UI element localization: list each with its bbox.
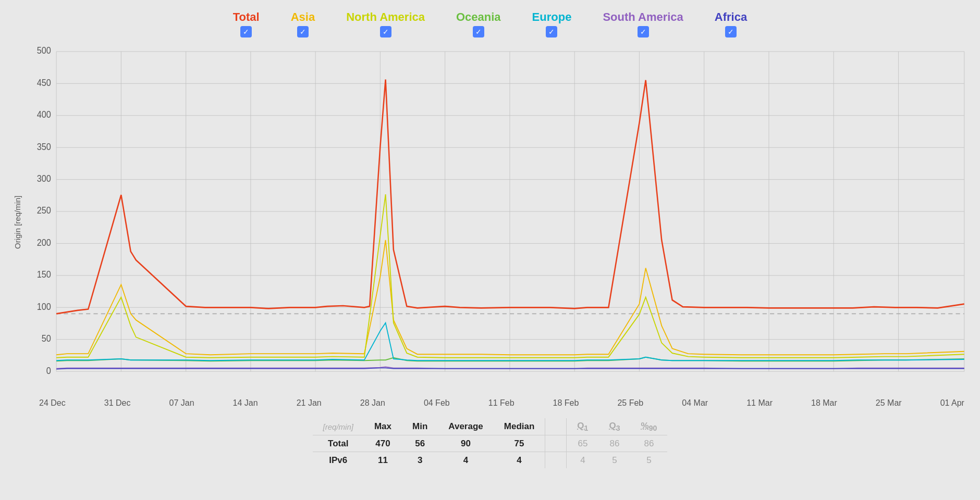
x-tick-2: 07 Jan xyxy=(169,398,194,408)
legend-south-america[interactable]: South America ✓ xyxy=(603,10,683,38)
x-tick-10: 04 Mar xyxy=(682,398,708,408)
stats-row-ipv6: IPv6 11 3 4 4 4 5 5 xyxy=(313,452,668,469)
row-total-max: 470 xyxy=(364,435,402,452)
x-tick-7: 11 Feb xyxy=(488,398,514,408)
col-min: Min xyxy=(402,418,438,435)
legend-europe[interactable]: Europe ✓ xyxy=(532,10,572,38)
legend-north-america[interactable]: North America ✓ xyxy=(346,10,425,38)
row-ipv6-q1: 4 xyxy=(567,452,599,469)
col-q1: Q1 xyxy=(567,418,599,435)
row-ipv6-q3: 5 xyxy=(598,452,630,469)
row-ipv6-label: IPv6 xyxy=(313,452,364,469)
legend-north-america-checkbox[interactable]: ✓ xyxy=(380,26,391,38)
legend-total-label: Total xyxy=(233,10,260,24)
svg-text:100: 100 xyxy=(37,302,51,312)
row-ipv6-min: 3 xyxy=(402,452,438,469)
svg-text:350: 350 xyxy=(37,142,51,152)
svg-text:150: 150 xyxy=(37,270,51,280)
legend-total[interactable]: Total ✓ xyxy=(233,10,260,38)
legend-africa-label: Africa xyxy=(715,10,747,24)
col-q3: Q3 xyxy=(598,418,630,435)
row-ipv6-avg: 4 xyxy=(438,452,493,469)
x-tick-9: 25 Feb xyxy=(617,398,643,408)
stats-row-total: Total 470 56 90 75 65 86 86 xyxy=(313,435,668,452)
x-tick-13: 25 Mar xyxy=(876,398,902,408)
col-median: Median xyxy=(494,418,545,435)
row-total-avg: 90 xyxy=(438,435,493,452)
legend-oceania[interactable]: Oceania ✓ xyxy=(456,10,501,38)
row-ipv6-p90: 5 xyxy=(631,452,668,469)
legend-asia[interactable]: Asia ✓ xyxy=(291,10,315,38)
svg-text:200: 200 xyxy=(37,238,51,248)
row-ipv6-max: 11 xyxy=(364,452,402,469)
row-total-median: 75 xyxy=(494,435,545,452)
legend-total-checkbox[interactable]: ✓ xyxy=(240,26,252,38)
chart-inner: 500 450 400 350 300 250 200 150 100 50 0 xyxy=(24,40,970,394)
legend-europe-label: Europe xyxy=(532,10,572,24)
row-total-label: Total xyxy=(313,435,364,452)
legend-asia-checkbox[interactable]: ✓ xyxy=(297,26,309,38)
svg-text:250: 250 xyxy=(37,206,51,216)
x-tick-4: 21 Jan xyxy=(297,398,322,408)
legend-europe-checkbox[interactable]: ✓ xyxy=(546,26,557,38)
x-tick-6: 04 Feb xyxy=(424,398,450,408)
svg-text:500: 500 xyxy=(37,46,51,56)
row-total-min: 56 xyxy=(402,435,438,452)
x-tick-1: 31 Dec xyxy=(104,398,131,408)
chart-wrapper: Origin [req/min] xyxy=(10,40,970,394)
stats-table: [req/min] Max Min Average Median Q1 Q3 %… xyxy=(313,418,668,468)
unit-label: [req/min] xyxy=(313,418,364,435)
legend-africa-checkbox[interactable]: ✓ xyxy=(725,26,737,38)
row-total-p90: 86 xyxy=(631,435,668,452)
row-total-q1: 65 xyxy=(567,435,599,452)
main-chart-svg: 500 450 400 350 300 250 200 150 100 50 0 xyxy=(24,40,970,394)
x-axis: 24 Dec 31 Dec 07 Jan 14 Jan 21 Jan 28 Ja… xyxy=(39,394,964,408)
legend-asia-label: Asia xyxy=(291,10,315,24)
row-ipv6-median: 4 xyxy=(494,452,545,469)
x-tick-12: 18 Mar xyxy=(811,398,837,408)
legend-south-america-checkbox[interactable]: ✓ xyxy=(638,26,649,38)
legend-africa[interactable]: Africa ✓ xyxy=(715,10,747,38)
x-tick-3: 14 Jan xyxy=(233,398,258,408)
svg-text:400: 400 xyxy=(37,110,51,120)
svg-text:50: 50 xyxy=(42,334,51,344)
x-tick-11: 11 Mar xyxy=(746,398,773,408)
svg-text:0: 0 xyxy=(46,366,51,376)
legend: Total ✓ Asia ✓ North America ✓ Oceania ✓… xyxy=(10,5,970,40)
svg-text:450: 450 xyxy=(37,78,51,88)
svg-text:300: 300 xyxy=(37,173,51,184)
x-tick-14: 01 Apr xyxy=(940,398,964,408)
col-p90: %90 xyxy=(631,418,668,435)
y-axis-label: Origin [req/min] xyxy=(10,51,24,394)
legend-north-america-label: North America xyxy=(346,10,425,24)
legend-oceania-checkbox[interactable]: ✓ xyxy=(473,26,484,38)
main-container: Total ✓ Asia ✓ North America ✓ Oceania ✓… xyxy=(0,0,980,500)
x-tick-8: 18 Feb xyxy=(553,398,579,408)
x-tick-5: 28 Jan xyxy=(360,398,385,408)
legend-oceania-label: Oceania xyxy=(456,10,501,24)
row-total-q3: 86 xyxy=(598,435,630,452)
col-average: Average xyxy=(438,418,493,435)
x-tick-0: 24 Dec xyxy=(39,398,66,408)
legend-south-america-label: South America xyxy=(603,10,683,24)
col-max: Max xyxy=(364,418,402,435)
